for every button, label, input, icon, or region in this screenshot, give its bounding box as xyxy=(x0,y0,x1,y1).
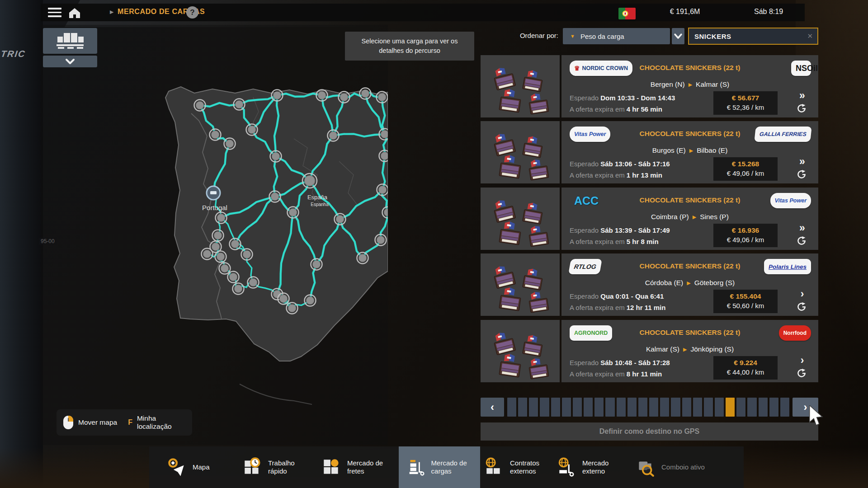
tab-trabalho-rapido[interactable]: Trabalho rápido xyxy=(242,446,313,488)
map-city-node[interactable] xyxy=(311,259,322,270)
pagination-page-segment[interactable] xyxy=(638,398,647,417)
pagination-track[interactable] xyxy=(507,398,789,417)
pagination-page-segment[interactable] xyxy=(649,398,658,417)
pagination-page-segment[interactable] xyxy=(671,398,680,417)
map-city-node[interactable] xyxy=(377,92,388,103)
pagination-page-segment[interactable] xyxy=(715,398,724,417)
sort-dropdown-open-button[interactable] xyxy=(672,28,684,44)
map-city-node[interactable] xyxy=(224,138,236,150)
map-city-node[interactable] xyxy=(375,235,387,246)
cargo-offer-row[interactable]: NORDIC CROWN CHOCOLATE SNICKERS (22 t) N… xyxy=(481,55,818,117)
pagination-page-segment[interactable] xyxy=(562,398,571,417)
map-city-node[interactable] xyxy=(357,253,368,264)
cargo-thumbnail[interactable] xyxy=(481,55,560,117)
tab-mercado-de-cargas[interactable]: Mercado de cargas xyxy=(399,446,480,488)
map-city-node[interactable] xyxy=(272,90,283,101)
home-icon[interactable] xyxy=(68,6,81,19)
cargo-offer-card[interactable]: Vitas Power CHOCOLATE SNICKERS (22 t) GA… xyxy=(561,121,818,183)
cargo-offer-row[interactable]: RTLOG CHOCOLATE SNICKERS (22 t) Polaris … xyxy=(481,253,818,316)
cargo-offer-card[interactable]: AGRONORD CHOCOLATE SNICKERS (22 t) Norrf… xyxy=(561,320,818,382)
tab-mercado-externo[interactable]: Mercado externo xyxy=(556,446,627,488)
pagination-next-button[interactable]: › xyxy=(793,398,818,417)
cargo-offer-card[interactable]: ACC CHOCOLATE SNICKERS (22 t) Vitas Powe… xyxy=(561,188,818,250)
iberia-map[interactable]: Portugal España Espanha xyxy=(41,25,388,445)
cargo-offer-row[interactable]: Vitas Power CHOCOLATE SNICKERS (22 t) GA… xyxy=(481,121,818,183)
pagination-page-segment[interactable] xyxy=(769,398,778,417)
map-city-node[interactable] xyxy=(194,100,206,111)
tab-mercado-de-fretes[interactable]: Mercado de fretes xyxy=(321,446,392,488)
pagination-page-segment[interactable] xyxy=(736,398,745,417)
pagination-page-segment[interactable] xyxy=(759,398,768,417)
map-city-node[interactable] xyxy=(287,303,298,314)
map-city-node[interactable] xyxy=(288,207,299,218)
cargo-thumbnail[interactable] xyxy=(481,188,560,250)
cargo-search-field[interactable]: ✕ xyxy=(688,28,818,45)
map-city-node[interactable] xyxy=(305,295,316,306)
cargo-offer-row[interactable]: AGRONORD CHOCOLATE SNICKERS (22 t) Norrf… xyxy=(481,320,818,382)
tab-comboio-ativo[interactable]: Comboio ativo xyxy=(635,446,707,488)
pagination-page-segment[interactable] xyxy=(529,398,538,417)
urgency-chevron-icon: › xyxy=(790,355,813,366)
map-city-node[interactable] xyxy=(202,249,213,260)
sort-dropdown[interactable]: ▼ Peso da carga xyxy=(563,28,670,44)
cargo-thumbnail[interactable] xyxy=(481,253,560,316)
cargo-offer-card[interactable]: NORDIC CROWN CHOCOLATE SNICKERS (22 t) N… xyxy=(561,55,818,117)
pagination-page-segment[interactable] xyxy=(617,398,626,417)
map-city-node[interactable] xyxy=(215,251,226,263)
pagination-page-segment[interactable] xyxy=(780,398,789,417)
map-panel[interactable]: Portugal España Espanha xyxy=(41,25,388,445)
map-city-node[interactable] xyxy=(230,239,241,250)
map-city-node[interactable] xyxy=(248,277,259,288)
pagination-page-segment[interactable] xyxy=(518,398,527,417)
map-city-node[interactable] xyxy=(328,130,339,141)
map-city-node[interactable] xyxy=(269,191,281,202)
pagination-prev-button[interactable]: ‹ xyxy=(481,398,504,417)
pagination-page-segment[interactable] xyxy=(507,398,516,417)
map-city-node[interactable] xyxy=(360,88,371,99)
pagination-page-segment[interactable] xyxy=(704,398,713,417)
map-city-node[interactable] xyxy=(228,272,239,283)
tab-mapa[interactable]: Mapa xyxy=(166,446,238,488)
pagination-page-segment[interactable] xyxy=(693,398,702,417)
cargo-thumbnail[interactable] xyxy=(481,121,560,183)
tab-contratos-externos[interactable]: Contratos externos xyxy=(484,446,555,488)
collapse-panel-button[interactable] xyxy=(43,56,97,67)
map-city-node[interactable] xyxy=(278,293,289,305)
pagination-page-segment[interactable] xyxy=(726,398,735,417)
cargo-offer-card[interactable]: RTLOG CHOCOLATE SNICKERS (22 t) Polaris … xyxy=(561,253,818,316)
pagination-page-segment[interactable] xyxy=(627,398,637,417)
cargo-view-button[interactable] xyxy=(43,28,97,54)
clear-search-icon[interactable]: ✕ xyxy=(807,32,813,40)
map-city-node[interactable] xyxy=(335,214,346,225)
map-city-node[interactable] xyxy=(377,184,388,196)
pagination-page-segment[interactable] xyxy=(540,398,549,417)
cargo-route: Kalmar (S)▶Jönköping (S) xyxy=(589,345,791,353)
cargo-thumbnail[interactable] xyxy=(481,320,560,382)
pagination-page-segment[interactable] xyxy=(573,398,582,417)
map-city-node[interactable] xyxy=(210,129,221,141)
search-input[interactable] xyxy=(689,33,807,40)
pagination-page-segment[interactable] xyxy=(605,398,614,417)
pagination-page-segment[interactable] xyxy=(660,398,669,417)
menu-icon[interactable] xyxy=(48,8,61,17)
map-city-node[interactable] xyxy=(339,92,350,103)
map-city-node[interactable] xyxy=(219,263,231,274)
map-city-node[interactable] xyxy=(233,283,244,295)
map-city-node[interactable] xyxy=(234,99,245,110)
pagination-page-segment[interactable] xyxy=(594,398,604,417)
map-city-node[interactable] xyxy=(212,230,224,241)
pagination-page-segment[interactable] xyxy=(551,398,560,417)
map-city-node[interactable] xyxy=(246,124,258,136)
set-gps-destination-button[interactable]: Definir como destino no GPS xyxy=(481,422,818,441)
map-city-node[interactable] xyxy=(270,151,282,162)
cargo-offer-row[interactable]: ACC CHOCOLATE SNICKERS (22 t) Vitas Powe… xyxy=(481,188,818,250)
map-city-node[interactable] xyxy=(302,174,317,188)
pagination-page-segment[interactable] xyxy=(584,398,593,417)
pagination-page-segment[interactable] xyxy=(747,398,756,417)
pagination-page-segment[interactable] xyxy=(682,398,691,417)
map-city-node[interactable] xyxy=(216,212,227,224)
map-city-node[interactable] xyxy=(241,249,253,260)
help-icon[interactable]: ? xyxy=(186,6,198,19)
map-city-node[interactable] xyxy=(316,90,328,101)
offer-flags: › xyxy=(790,289,813,313)
